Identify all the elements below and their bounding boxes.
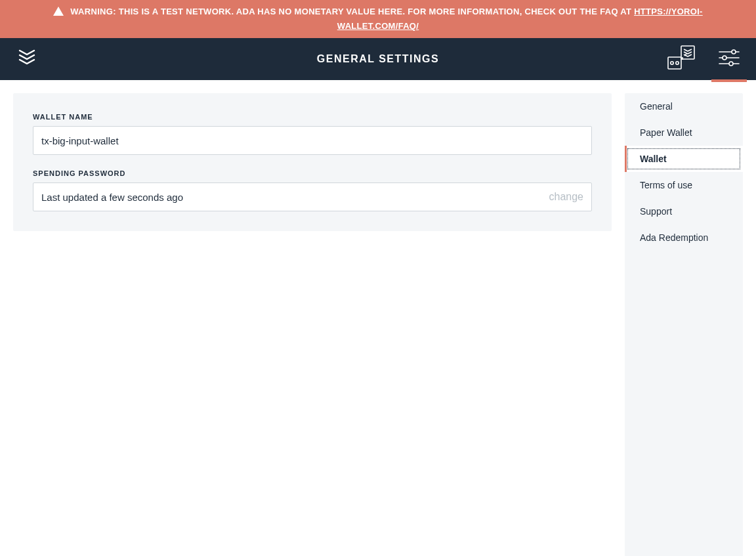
sidebar-item-paper-wallet[interactable]: Paper Wallet — [625, 119, 743, 146]
sidebar-item-wallet[interactable]: Wallet — [625, 146, 743, 172]
spending-password-status: Last updated a few seconds ago — [41, 192, 183, 203]
svg-point-9 — [729, 62, 733, 66]
warning-icon — [53, 7, 64, 20]
svg-point-7 — [732, 50, 736, 54]
change-password-button[interactable]: change — [549, 191, 584, 203]
app-logo[interactable] — [16, 47, 38, 72]
sidebar-item-terms-of-use[interactable]: Terms of use — [625, 172, 743, 198]
svg-point-8 — [723, 56, 726, 60]
test-network-warning-banner: WARNING: THIS IS A TEST NETWORK. ADA HAS… — [0, 0, 756, 38]
warning-text: WARNING: THIS IS A TEST NETWORK. ADA HAS… — [70, 7, 634, 16]
spending-password-label: SPENDING PASSWORD — [33, 169, 592, 177]
sidebar-item-ada-redemption[interactable]: Ada Redemption — [625, 225, 743, 251]
spending-password-row: Last updated a few seconds ago change — [33, 182, 592, 211]
svg-point-3 — [676, 62, 679, 64]
active-tab-indicator — [711, 79, 747, 82]
page-title: GENERAL SETTINGS — [317, 53, 439, 65]
sidebar-item-support[interactable]: Support — [625, 198, 743, 225]
wallet-name-label: WALLET NAME — [33, 113, 592, 121]
svg-point-2 — [671, 62, 673, 64]
wallet-name-input[interactable] — [33, 126, 592, 155]
svg-rect-0 — [681, 46, 694, 59]
sidebar-item-general[interactable]: General — [625, 93, 743, 119]
settings-sidebar: General Paper Wallet Wallet Terms of use… — [625, 93, 743, 556]
wallets-icon[interactable] — [667, 45, 696, 73]
wallet-settings-card: WALLET NAME SPENDING PASSWORD Last updat… — [13, 93, 612, 231]
settings-icon[interactable] — [718, 48, 740, 70]
top-bar: GENERAL SETTINGS — [0, 38, 756, 80]
